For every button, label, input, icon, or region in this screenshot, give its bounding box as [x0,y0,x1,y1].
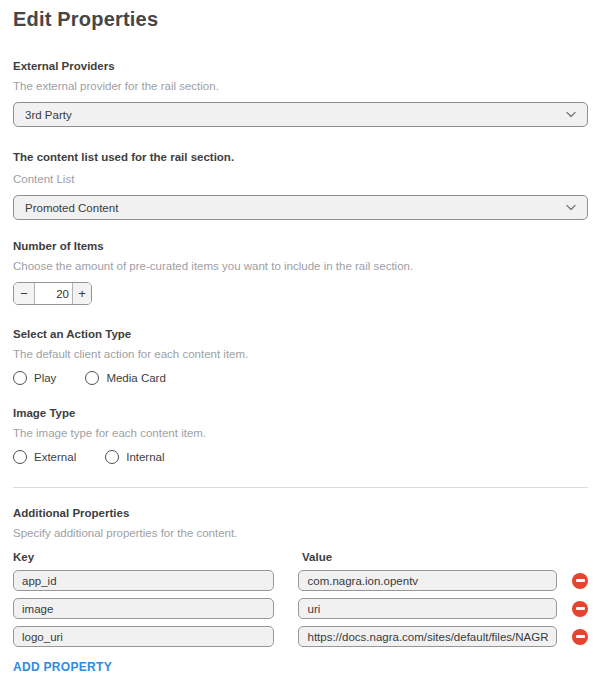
page-title: Edit Properties [13,8,588,31]
quantity-stepper: − 20 + [13,282,92,305]
edit-properties-panel: Edit Properties External Providers The e… [0,0,602,674]
property-row [13,570,588,591]
value-column-header: Value [302,551,564,563]
radio-icon [13,450,27,464]
external-provider-select[interactable]: 3rd Party [13,102,588,127]
chevron-down-icon [566,111,576,118]
property-key-input[interactable] [13,570,274,591]
section-content-list: The content list used for the rail secti… [13,151,588,220]
decrement-button[interactable]: − [14,283,35,304]
content-list-select[interactable]: Promoted Content [13,195,588,220]
property-row [13,598,588,619]
add-property-button[interactable]: ADD PROPERTY [13,660,112,674]
number-of-items-label: Number of Items [13,240,588,253]
action-type-description: The default client action for each conte… [13,348,588,361]
radio-option-internal[interactable]: Internal [105,450,164,464]
radio-icon [13,371,27,385]
radio-icon [105,450,119,464]
remove-circle-icon[interactable] [572,629,588,645]
radio-label: External [34,451,76,463]
image-type-radio-group: External Internal [13,450,588,464]
radio-label: Internal [126,451,164,463]
radio-option-media-card[interactable]: Media Card [85,371,165,385]
radio-label: Media Card [106,372,165,384]
additional-properties-label: Additional Properties [13,507,588,520]
chevron-down-icon [566,204,576,211]
increment-button[interactable]: + [72,283,91,304]
action-type-label: Select an Action Type [13,328,588,341]
property-row [13,626,588,647]
property-value-input[interactable] [298,626,557,647]
kv-table-headers: Key Value [13,551,588,563]
content-list-selected-value: Promoted Content [25,202,118,214]
key-column-header: Key [13,551,302,563]
content-list-section-label: The content list used for the rail secti… [13,151,588,164]
external-providers-description: The external provider for the rail secti… [13,80,588,93]
section-additional-properties: Additional Properties Specify additional… [13,507,588,674]
radio-option-external[interactable]: External [13,450,76,464]
section-action-type: Select an Action Type The default client… [13,328,588,385]
section-divider [13,487,588,488]
section-image-type: Image Type The image type for each conte… [13,407,588,464]
plus-icon: + [78,286,86,301]
remove-circle-icon[interactable] [572,601,588,617]
image-type-description: The image type for each content item. [13,427,588,440]
radio-option-play[interactable]: Play [13,371,56,385]
section-number-of-items: Number of Items Choose the amount of pre… [13,240,588,305]
property-key-input[interactable] [13,626,274,647]
radio-icon [85,371,99,385]
quantity-value[interactable]: 20 [35,283,72,304]
additional-properties-description: Specify additional properties for the co… [13,527,588,540]
property-value-input[interactable] [298,570,557,591]
section-external-providers: External Providers The external provider… [13,60,588,127]
radio-label: Play [34,372,56,384]
external-provider-selected-value: 3rd Party [25,109,72,121]
property-value-input[interactable] [298,598,557,619]
number-of-items-description: Choose the amount of pre-curated items y… [13,260,588,273]
minus-icon: − [20,286,28,301]
external-providers-label: External Providers [13,60,588,73]
image-type-label: Image Type [13,407,588,420]
content-list-label: Content List [13,173,588,186]
action-type-radio-group: Play Media Card [13,371,588,385]
property-key-input[interactable] [13,598,274,619]
remove-circle-icon[interactable] [572,573,588,589]
